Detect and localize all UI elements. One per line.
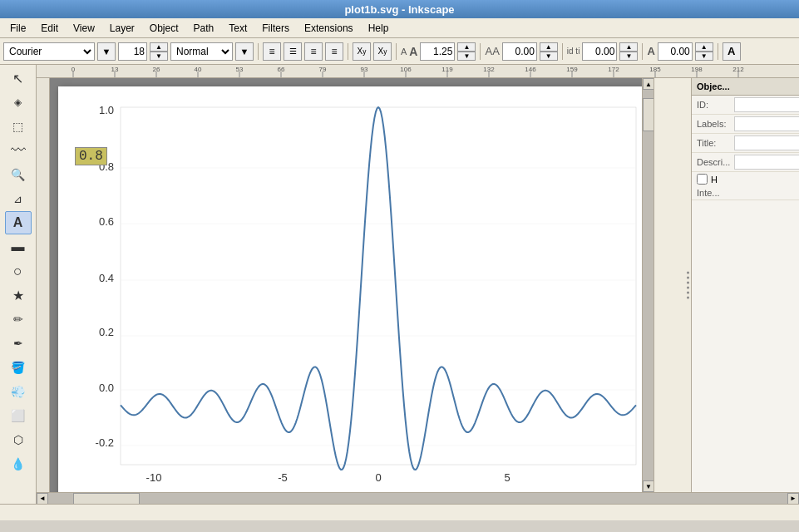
- font-family-select[interactable]: Courier: [3, 42, 95, 61]
- pencil2-tool[interactable]: ✏: [5, 308, 32, 331]
- scroll-left-button[interactable]: ◄: [37, 493, 48, 505]
- align-center-button[interactable]: ☰: [284, 42, 302, 61]
- text-tool[interactable]: A: [5, 211, 32, 234]
- objects-desc-field: Descri...: [692, 153, 799, 172]
- connector-tool[interactable]: ⬡: [5, 428, 32, 451]
- align-left-button[interactable]: ≡: [263, 42, 281, 61]
- font-size-up[interactable]: ▲: [150, 42, 168, 52]
- menu-extensions[interactable]: Extensions: [298, 21, 360, 36]
- h-scroll-track[interactable]: [48, 493, 787, 505]
- text-label[interactable]: 0.8: [75, 147, 107, 165]
- separator-6: [642, 43, 643, 60]
- horizontal-scrollbar: ◄ ►: [37, 492, 799, 504]
- title-input[interactable]: [734, 135, 799, 150]
- svg-text:-10: -10: [146, 471, 162, 484]
- node-tool[interactable]: ◈: [5, 91, 32, 114]
- zoom-tool[interactable]: 🔍: [5, 163, 32, 186]
- panel-dots: [685, 268, 691, 303]
- font-family-dropdown[interactable]: ▼: [97, 42, 116, 61]
- pencil-tool[interactable]: 〰: [5, 139, 32, 162]
- line-height-up[interactable]: ▲: [457, 42, 476, 52]
- align-justify-button[interactable]: ≡: [325, 42, 343, 61]
- canvas-area: 1.0 0.8 0.6 0.4 0.2 0.0 -0.2 -10 -5 0 5: [37, 78, 799, 492]
- content-area: 0132640536679931061191321461591721851982…: [37, 65, 799, 504]
- measure-tool[interactable]: ⊿: [5, 187, 32, 210]
- word-spacing-down[interactable]: ▼: [619, 52, 638, 61]
- svg-text:146: 146: [525, 66, 536, 73]
- line-height-label-big: A: [409, 45, 417, 58]
- menu-text[interactable]: Text: [222, 21, 254, 36]
- menu-file[interactable]: File: [3, 21, 32, 36]
- letter-spacing-up[interactable]: ▲: [540, 42, 558, 52]
- hide-checkbox[interactable]: [697, 174, 708, 185]
- svg-text:185: 185: [649, 66, 661, 73]
- interactable-field: Inte...: [692, 186, 799, 200]
- menu-filters[interactable]: Filters: [255, 21, 296, 36]
- scroll-down-button[interactable]: ▼: [643, 480, 654, 492]
- dropper-tool[interactable]: 💧: [5, 452, 32, 475]
- labels-input[interactable]: [734, 116, 799, 131]
- main-layout: ↖ ◈ ⬚ 〰 🔍 ⊿ A ▬ ○ ★ ✏ ✒ 🪣 💨 ⬜ ⬡ 💧 013264…: [0, 65, 799, 504]
- letter-spacing-icon: AA: [485, 45, 499, 57]
- callig-tool[interactable]: ✒: [5, 332, 32, 355]
- font-size-input[interactable]: [118, 42, 147, 61]
- menu-path[interactable]: Path: [187, 21, 221, 36]
- select-tool[interactable]: ↖: [5, 66, 32, 90]
- word-spacing-input[interactable]: [582, 42, 617, 61]
- line-height-input[interactable]: [420, 42, 455, 61]
- svg-text:212: 212: [732, 66, 744, 73]
- svg-text:40: 40: [195, 66, 202, 73]
- font-style-select[interactable]: Normal Bold Italic: [170, 42, 233, 61]
- svg-text:106: 106: [400, 66, 412, 73]
- baseline-up[interactable]: ▲: [695, 42, 713, 52]
- svg-text:53: 53: [236, 66, 244, 73]
- svg-text:-0.2: -0.2: [96, 436, 114, 449]
- title-label: Title:: [697, 138, 734, 148]
- svg-text:132: 132: [483, 66, 495, 73]
- desc-label: Descri...: [697, 157, 734, 167]
- svg-text:0: 0: [375, 471, 381, 484]
- font-glyphs-button[interactable]: A: [723, 42, 741, 61]
- scroll-up-button[interactable]: ▲: [643, 78, 654, 90]
- svg-text:159: 159: [566, 66, 578, 73]
- separator-3: [396, 43, 397, 60]
- svg-text:0.0: 0.0: [99, 382, 114, 394]
- word-spacing-up[interactable]: ▲: [619, 42, 638, 52]
- h-scroll-thumb[interactable]: [73, 493, 140, 505]
- canvas[interactable]: 1.0 0.8 0.6 0.4 0.2 0.0 -0.2 -10 -5 0 5: [50, 78, 642, 492]
- svg-rect-0: [37, 65, 799, 78]
- svg-text:1.0: 1.0: [99, 104, 114, 116]
- superscript-button[interactable]: Xy: [373, 42, 392, 61]
- scroll-right-button[interactable]: ►: [787, 493, 799, 505]
- subscript-button[interactable]: Xy: [353, 42, 371, 61]
- svg-rect-35: [121, 107, 636, 465]
- spray-tool[interactable]: 💨: [5, 380, 32, 403]
- letter-spacing-input[interactable]: [502, 42, 537, 61]
- eraser-tool[interactable]: ⬜: [5, 404, 32, 427]
- menu-object[interactable]: Object: [143, 21, 185, 36]
- baseline-input[interactable]: [658, 42, 693, 61]
- rect-tool[interactable]: ▬: [5, 235, 32, 259]
- hide-label: H: [711, 175, 718, 185]
- menu-edit[interactable]: Edit: [34, 21, 65, 36]
- desc-input[interactable]: [734, 155, 799, 170]
- objects-panel-title: Objec...: [697, 81, 730, 91]
- separator-7: [718, 43, 718, 60]
- horizontal-ruler: 0132640536679931061191321461591721851982…: [37, 65, 799, 78]
- baseline-down[interactable]: ▼: [695, 52, 713, 61]
- box-tool[interactable]: ⬚: [5, 115, 32, 138]
- bucket-tool[interactable]: 🪣: [5, 356, 32, 379]
- align-right-button[interactable]: ≡: [304, 42, 323, 61]
- letter-spacing-down[interactable]: ▼: [540, 52, 558, 61]
- scroll-thumb[interactable]: [643, 98, 654, 131]
- menu-layer[interactable]: Layer: [103, 21, 141, 36]
- id-input[interactable]: [734, 97, 799, 112]
- scroll-track[interactable]: [643, 90, 654, 480]
- menu-view[interactable]: View: [67, 21, 101, 36]
- font-size-down[interactable]: ▼: [150, 52, 168, 61]
- line-height-down[interactable]: ▼: [457, 52, 476, 61]
- circle-tool[interactable]: ○: [5, 259, 32, 283]
- menu-help[interactable]: Help: [362, 21, 396, 36]
- star-tool[interactable]: ★: [5, 283, 32, 307]
- font-style-dropdown[interactable]: ▼: [235, 42, 254, 61]
